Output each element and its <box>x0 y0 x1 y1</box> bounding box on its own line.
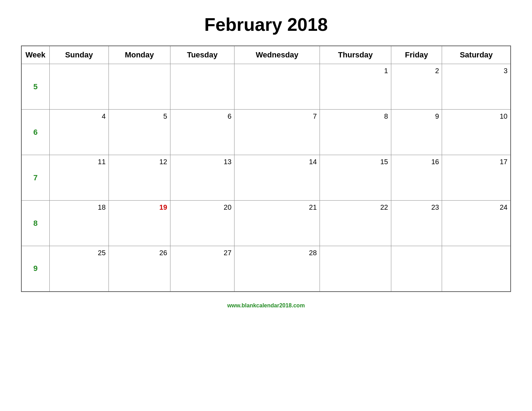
calendar-table: WeekSundayMondayTuesdayWednesdayThursday… <box>21 46 511 292</box>
day-number: 10 <box>445 112 507 120</box>
day-cell: 17 <box>442 155 511 201</box>
day-number: 20 <box>173 203 232 211</box>
day-cell: 23 <box>391 201 442 246</box>
day-cell: 24 <box>442 201 511 246</box>
day-number: 7 <box>237 112 317 120</box>
week-number-cell: 6 <box>21 110 49 155</box>
day-number: 14 <box>237 158 317 166</box>
day-number: 23 <box>394 203 439 211</box>
day-cell: 26 <box>108 246 170 292</box>
day-number: 8 <box>323 112 388 120</box>
day-cell: 18 <box>49 201 108 246</box>
week-row: 711121314151617 <box>21 155 511 201</box>
day-number: 18 <box>52 203 106 211</box>
header-thursday: Thursday <box>320 46 391 64</box>
day-number: 15 <box>323 158 388 166</box>
day-cell <box>170 64 234 110</box>
day-cell: 15 <box>320 155 391 201</box>
header-week: Week <box>21 46 49 64</box>
day-cell: 1 <box>320 64 391 110</box>
day-number: 22 <box>323 203 388 211</box>
day-cell: 27 <box>170 246 234 292</box>
day-cell: 10 <box>442 110 511 155</box>
day-cell: 16 <box>391 155 442 201</box>
day-cell: 28 <box>234 246 320 292</box>
day-number: 25 <box>52 249 106 257</box>
header-friday: Friday <box>391 46 442 64</box>
week-number: 7 <box>33 173 37 182</box>
day-number: 1 <box>323 67 388 75</box>
day-number: 5 <box>112 112 167 120</box>
week-number-cell: 5 <box>21 64 49 110</box>
week-number: 5 <box>33 82 37 91</box>
day-cell: 13 <box>170 155 234 201</box>
day-number: 9 <box>394 112 439 120</box>
day-cell: 14 <box>234 155 320 201</box>
day-number: 6 <box>173 112 232 120</box>
footer-link[interactable]: www.blankcalendar2018.com <box>227 302 305 308</box>
day-cell: 22 <box>320 201 391 246</box>
day-cell: 20 <box>170 201 234 246</box>
day-number: 27 <box>173 249 232 257</box>
day-number: 12 <box>112 158 167 166</box>
header-tuesday: Tuesday <box>170 46 234 64</box>
week-row: 818192021222324 <box>21 201 511 246</box>
week-row: 5123 <box>21 64 511 110</box>
day-number: 16 <box>394 158 439 166</box>
day-cell: 2 <box>391 64 442 110</box>
day-cell: 25 <box>49 246 108 292</box>
week-row: 925262728 <box>21 246 511 292</box>
day-cell <box>234 64 320 110</box>
day-cell: 9 <box>391 110 442 155</box>
week-row: 645678910 <box>21 110 511 155</box>
day-cell <box>108 64 170 110</box>
day-number: 11 <box>52 158 106 166</box>
calendar-title: February 2018 <box>204 14 328 35</box>
day-number: 21 <box>237 203 317 211</box>
day-cell <box>49 64 108 110</box>
day-cell: 4 <box>49 110 108 155</box>
week-number-cell: 7 <box>21 155 49 201</box>
week-number-cell: 8 <box>21 201 49 246</box>
day-cell <box>442 246 511 292</box>
week-number: 9 <box>33 264 37 273</box>
day-cell: 7 <box>234 110 320 155</box>
day-cell <box>320 246 391 292</box>
header-wednesday: Wednesday <box>234 46 320 64</box>
day-cell: 12 <box>108 155 170 201</box>
day-cell: 5 <box>108 110 170 155</box>
day-cell: 11 <box>49 155 108 201</box>
week-number-cell: 9 <box>21 246 49 292</box>
day-cell: 3 <box>442 64 511 110</box>
day-number: 26 <box>112 249 167 257</box>
day-cell: 6 <box>170 110 234 155</box>
day-number: 24 <box>445 203 507 211</box>
footer: www.blankcalendar2018.com <box>227 302 305 309</box>
header-monday: Monday <box>108 46 170 64</box>
day-number: 3 <box>445 67 507 75</box>
week-number: 6 <box>33 128 37 137</box>
week-number: 8 <box>33 219 37 228</box>
header-saturday: Saturday <box>442 46 511 64</box>
day-cell <box>391 246 442 292</box>
day-cell: 21 <box>234 201 320 246</box>
day-number: 2 <box>394 67 439 75</box>
day-cell: 8 <box>320 110 391 155</box>
day-cell: 19 <box>108 201 170 246</box>
day-number: 19 <box>112 203 167 211</box>
day-number: 13 <box>173 158 232 166</box>
header-sunday: Sunday <box>49 46 108 64</box>
day-number: 4 <box>52 112 106 120</box>
day-number: 17 <box>445 158 507 166</box>
day-number: 28 <box>237 249 317 257</box>
